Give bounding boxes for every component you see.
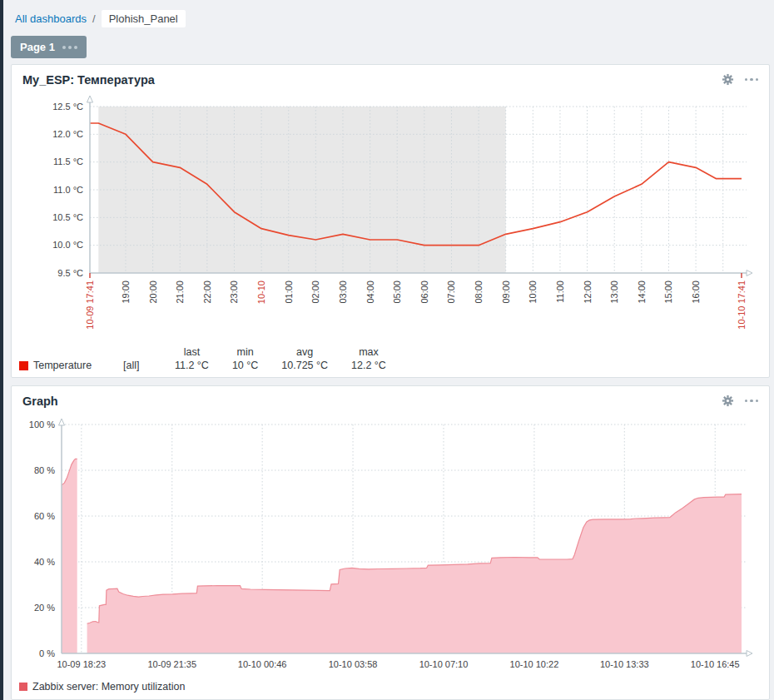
breadcrumb-separator: / [92,12,96,25]
x-tick-label: 19:00 [121,280,131,304]
x-tick-label: 07:00 [446,280,456,304]
x-tick-label: 10-10 16:45 [691,659,740,669]
x-tick-label: 04:00 [365,280,375,304]
breadcrumb-all-dashboards-link[interactable]: All dashboards [15,12,87,25]
x-tick-label: 10-10 10:22 [510,659,559,669]
panel-graph-actions [722,395,759,407]
gear-icon[interactable] [722,73,734,86]
memory-legend-swatch [19,683,27,691]
x-tick-label: 10-09 21:35 [147,659,196,669]
memory-legend: Zabbix server: Memory utilization [12,681,769,693]
legend-stat-label: max [351,346,386,358]
x-tick-label: 10-10 13:33 [600,659,649,669]
x-tick-label: 13:00 [609,280,619,304]
y-tick-label: 40 % [34,557,55,567]
legend-stat-last: last11.2 °C [175,346,209,371]
panel-temperature-header: My_ESP: Температура [12,65,769,92]
x-tick-label: 02:00 [310,280,320,304]
panel-temperature-title: My_ESP: Температура [22,73,155,87]
breadcrumb: All dashboards / Plohish_Panel [11,10,770,27]
x-tick-label: 10-10 17:41 [737,280,747,330]
y-tick-label: 10.0 °C [52,240,83,250]
x-tick-label: 08:00 [474,280,484,304]
x-tick-label: 15:00 [663,280,673,304]
breadcrumb-current-dashboard: Plohish_Panel [102,10,186,27]
y-tick-label: 11.0 °C [53,185,83,195]
legend-stat-avg: avg10.725 °C [281,346,328,371]
ellipsis-menu-icon[interactable] [745,78,759,82]
temperature-legend: Temperature [all] last11.2 °Cmin10 °Cavg… [12,346,769,371]
panel-graph-header: Graph [12,386,769,413]
y-tick-label: 0 % [39,648,55,658]
temperature-legend-stats: last11.2 °Cmin10 °Cavg10.725 °Cmax12.2 °… [175,346,386,371]
temperature-chart[interactable]: 12.5 °C12.0 °C11.5 °C11.0 °C10.5 °C10.0 … [12,93,771,336]
y-axis-arrow-icon [59,419,65,425]
y-axis-arrow-icon [87,96,93,102]
y-tick-label: 12.5 °C [52,102,83,112]
panel-temperature-actions [722,73,759,86]
temperature-legend-scope: [all] [123,360,166,371]
page-tab-menu-icon[interactable] [62,46,77,49]
x-tick-label: 11:00 [555,280,565,303]
x-tick-label: 10-10 03:58 [329,659,378,669]
memory-chart[interactable]: 100 %80 %60 %40 %20 %0 %10-09 18:2310-09… [12,416,771,676]
ellipsis-menu-icon[interactable] [745,400,759,403]
legend-stat-label: min [232,346,258,358]
panel-graph: Graph 100 %80 %60 %40 %20 %0 %10-09 18:2… [11,385,770,700]
page-tab-label: Page 1 [20,41,55,53]
memory-legend-name: Zabbix server: Memory utilization [32,681,185,693]
y-tick-label: 9.5 °C [57,268,83,278]
gear-icon[interactable] [722,395,734,407]
dashboard-page: All dashboards / Plohish_Panel Page 1 My… [11,0,770,700]
y-tick-label: 11.5 °C [53,156,83,166]
x-tick-label: 14:00 [637,280,647,304]
x-axis-arrow-icon [747,651,752,657]
y-tick-label: 100 % [29,420,55,429]
x-tick-label: 16:00 [691,280,701,304]
legend-stat-label: avg [281,346,328,358]
x-tick-label: 05:00 [392,280,402,304]
legend-stat-min: min10 °C [232,346,258,371]
y-tick-label: 80 % [34,465,55,475]
legend-stat-label: last [175,346,209,358]
temperature-legend-swatch [19,361,28,370]
x-tick-label: 10-10 00:46 [238,659,287,669]
x-tick-label: 10-10 [256,280,266,304]
y-tick-label: 60 % [34,511,55,521]
x-tick-label: 21:00 [175,280,185,304]
collapsed-sidebar-edge[interactable] [0,0,3,700]
x-tick-label: 10:00 [528,280,538,304]
legend-stat-value: 10.725 °C [281,360,328,371]
legend-stat-max: max12.2 °C [351,346,386,371]
series-area [62,459,77,653]
panel-graph-title: Graph [22,395,58,408]
x-tick-label: 06:00 [419,280,429,304]
y-tick-label: 20 % [34,603,55,613]
x-tick-label: 09:00 [501,280,511,304]
x-tick-label: 03:00 [338,280,348,304]
x-axis-arrow-icon [747,271,752,276]
dashboard-page-tab[interactable]: Page 1 [11,36,87,58]
x-tick-label: 12:00 [583,280,593,304]
x-tick-label: 20:00 [148,280,158,304]
x-tick-label: 10-09 17:41 [85,280,95,330]
x-tick-label: 10-09 18:23 [57,659,106,669]
x-tick-label: 23:00 [229,280,239,304]
temperature-legend-name: Temperature [33,360,117,371]
legend-stat-value: 12.2 °C [351,360,386,371]
x-tick-label: 01:00 [284,280,294,304]
y-tick-label: 10.5 °C [52,212,83,222]
x-tick-label: 22:00 [202,280,212,304]
non-working-hours-band [98,107,505,273]
legend-stat-value: 11.2 °C [175,360,209,371]
x-tick-label: 10-10 07:10 [419,659,469,669]
y-tick-label: 12.0 °C [52,129,83,139]
panel-temperature: My_ESP: Температура 12.5 °C12.0 °C11.5 °… [11,64,770,378]
legend-stat-value: 10 °C [232,360,258,371]
